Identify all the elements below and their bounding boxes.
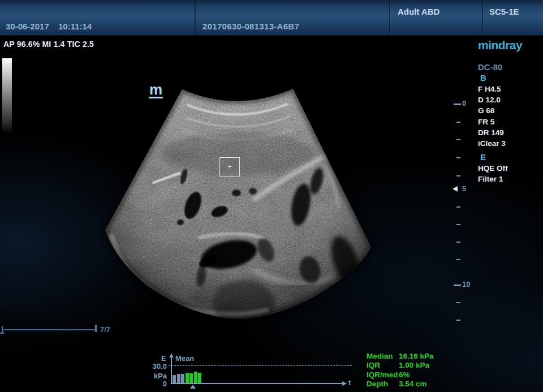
depth-tick <box>456 122 460 123</box>
graph-y-axis <box>171 357 172 383</box>
depth-tick <box>456 320 460 321</box>
depth-tick <box>456 139 460 140</box>
elasto-bar <box>186 373 189 384</box>
result-value: 16.16 kPa <box>399 352 434 360</box>
result-value: 1.00 kPa <box>399 361 429 369</box>
depth-tick <box>456 175 460 176</box>
result-row: IQR1.00 kPa <box>367 361 434 370</box>
bmode-param-line: D 12.0 <box>478 94 506 105</box>
bmode-label: B <box>480 73 486 83</box>
emode-param-line: HQE Off <box>478 163 508 174</box>
elasto-bar <box>177 374 180 383</box>
graph-y-axis-label: E <box>161 354 166 363</box>
emode-param-line: Filter 1 <box>478 174 508 184</box>
emode-params: HQE OffFilter 1 <box>478 163 508 184</box>
bmode-params: F H4.5D 12.0G 68FR 5DR 149iClear 3 <box>478 84 506 149</box>
depth-tick <box>456 157 460 158</box>
graph-ref-line <box>169 365 352 366</box>
graph-x-axis <box>171 383 343 384</box>
depth-label: 5 <box>462 184 466 193</box>
exam-time: 10:11:14 <box>58 21 92 31</box>
grayscale-bar <box>2 58 12 133</box>
depth-label: 0 <box>462 99 466 107</box>
depth-label: 10 <box>462 280 470 288</box>
graph-x-axis-label: t <box>348 378 351 387</box>
result-label: IQR <box>367 361 399 370</box>
probe-orientation-marker: m <box>149 83 163 98</box>
depth-tick <box>456 302 460 303</box>
depth-tick <box>456 259 460 260</box>
result-label: Depth <box>367 380 399 389</box>
elasto-bar <box>198 373 201 384</box>
elasto-roi-box[interactable] <box>219 157 240 176</box>
frame-counter: 7/7 <box>100 325 110 334</box>
elasto-bar <box>173 375 176 383</box>
graph-unit-label: kPa <box>149 372 167 380</box>
ultrasound-screen: 30-06-2017 10:11:14 20170630-081313-A6B7… <box>0 0 543 392</box>
header-bar: 30-06-2017 10:11:14 20170630-081313-A6B7… <box>0 0 543 36</box>
elasto-bar <box>189 373 193 384</box>
depth-tick <box>454 285 461 286</box>
elasto-bar <box>194 372 197 383</box>
ultrasound-b-image <box>0 0 543 392</box>
depth-tick <box>456 224 460 225</box>
cine-position-marker[interactable] <box>95 325 97 332</box>
x-axis-arrow-icon <box>342 381 347 386</box>
exam-date: 30-06-2017 <box>6 21 49 31</box>
result-value: 6% <box>399 371 410 379</box>
bmode-param-line: iClear 3 <box>478 138 506 149</box>
emode-label: E <box>480 152 486 162</box>
result-row: IQR/med6% <box>367 371 434 380</box>
depth-tick <box>456 206 460 208</box>
acoustic-output-status: AP 96.6% MI 1.4 TIC 2.5 <box>3 40 94 49</box>
exam-id: 20170630-081313-A6B7 <box>202 21 299 31</box>
header-divider <box>195 0 196 35</box>
elasto-bar <box>181 374 184 384</box>
depth-tick <box>454 104 461 105</box>
roi-cross-icon <box>230 165 230 169</box>
bmode-param-line: G 68 <box>478 105 506 116</box>
elasto-results: Median16.16 kPaIQR1.00 kPaIQR/med6%Depth… <box>367 352 434 389</box>
model-name: DC-80 <box>478 62 502 72</box>
bmode-param-line: DR 149 <box>478 127 506 138</box>
header-divider <box>482 0 483 35</box>
brand-logo: mindray <box>478 38 522 52</box>
result-row: Median16.16 kPa <box>367 352 434 361</box>
current-frame-marker-icon <box>190 385 196 389</box>
bmode-param-line: FR 5 <box>478 117 506 127</box>
bmode-param-line: F H4.5 <box>478 84 506 94</box>
header-divider <box>389 0 390 35</box>
graph-zero-label: 0 <box>149 380 167 388</box>
graph-series-label: Mean <box>175 354 194 363</box>
result-label: IQR/med <box>367 371 399 380</box>
result-value: 3.54 cm <box>399 380 427 388</box>
result-label: Median <box>367 352 399 361</box>
result-row: Depth3.54 cm <box>367 380 434 389</box>
probe-name[interactable]: SC5-1E <box>489 7 519 16</box>
cine-start-arrow-icon <box>0 330 5 334</box>
depth-tick <box>456 242 460 243</box>
y-axis-arrow-icon <box>169 354 174 357</box>
graph-ref-value: 30.0 <box>149 362 167 371</box>
cine-scrollbar[interactable] <box>2 329 96 330</box>
exam-preset[interactable]: Adult ABD <box>398 7 439 16</box>
focus-position-arrow-icon <box>453 186 458 192</box>
